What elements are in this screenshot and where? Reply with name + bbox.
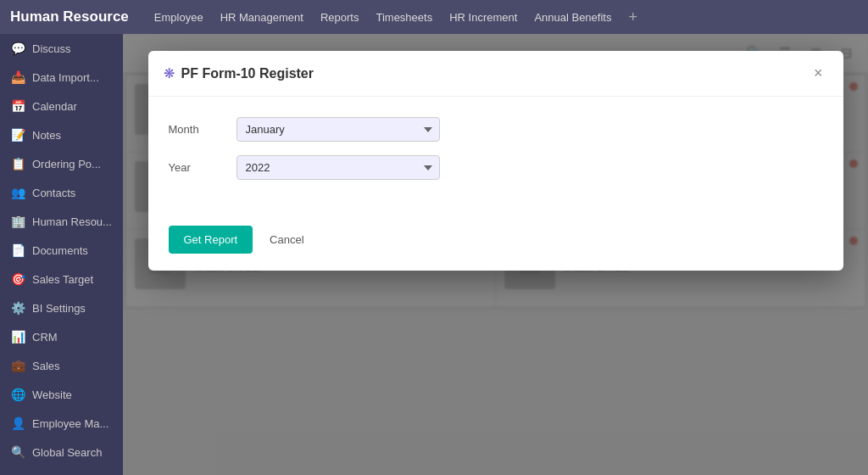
data-import-icon: 📥	[10, 70, 25, 85]
nav-hr-increment[interactable]: HR Increment	[449, 11, 517, 24]
ordering-po-icon: 📋	[10, 156, 25, 171]
nav-add-icon[interactable]: +	[628, 8, 637, 26]
sidebar-label-global-search: Global Search	[32, 446, 102, 459]
sidebar-item-human-resou[interactable]: 🏢 Human Resou...	[0, 207, 123, 236]
year-label: Year	[169, 161, 236, 174]
nav-timesheets[interactable]: Timesheets	[376, 11, 432, 24]
bi-settings-icon: ⚙️	[10, 300, 25, 316]
crm-icon: 📊	[10, 329, 25, 344]
modal-header: ❋ PF Form-10 Register ×	[148, 51, 843, 97]
top-nav: Human Resource Employee HR Management Re…	[0, 0, 868, 34]
main-layout: 💬 Discuss 📥 Data Import... 📅 Calendar 📝 …	[0, 34, 868, 475]
modal-header-left: ❋ PF Form-10 Register	[164, 65, 314, 81]
human-resou-icon: 🏢	[10, 214, 25, 229]
sidebar-item-ordering-po[interactable]: 📋 Ordering Po...	[0, 149, 123, 178]
sidebar-label-ordering-po: Ordering Po...	[32, 158, 101, 170]
notes-icon: 📝	[10, 127, 25, 142]
main-content: 🔍 ☰ ⊞ ⊟ ABHINAV KUMAR Area Manager-Sales…	[123, 34, 868, 475]
documents-icon: 📄	[10, 243, 25, 258]
sidebar-item-data-import[interactable]: 📥 Data Import...	[0, 63, 123, 92]
nav-annual-benefits[interactable]: Annual Benefits	[534, 11, 611, 24]
modal-overlay: ❋ PF Form-10 Register × Month January Fe…	[123, 34, 868, 475]
sidebar-item-sales-target[interactable]: 🎯 Sales Target	[0, 265, 123, 293]
year-select[interactable]: 2020 2021 2022 2023 2024	[236, 155, 440, 180]
sidebar-item-employee-ma[interactable]: 👤 Employee Ma...	[0, 409, 123, 438]
global-search-icon: 🔍	[10, 444, 25, 460]
sidebar-item-contacts[interactable]: 👥 Contacts	[0, 178, 123, 207]
sidebar-label-website: Website	[32, 388, 72, 401]
sidebar-label-employee-ma: Employee Ma...	[32, 417, 108, 430]
sidebar-label-discuss: Discuss	[32, 42, 71, 55]
sidebar-label-sales-target: Sales Target	[32, 273, 93, 286]
nav-hr-management[interactable]: HR Management	[220, 11, 303, 24]
sidebar-item-bi-settings[interactable]: ⚙️ BI Settings	[0, 293, 123, 322]
sidebar-item-documents[interactable]: 📄 Documents	[0, 236, 123, 265]
sidebar-item-crm[interactable]: 📊 CRM	[0, 322, 123, 351]
nav-employee[interactable]: Employee	[154, 11, 203, 24]
contacts-icon: 👥	[10, 185, 25, 200]
sidebar-label-sales: Sales	[32, 360, 60, 372]
discuss-icon: 💬	[10, 41, 25, 56]
sidebar-label-calendar: Calendar	[32, 100, 77, 113]
app-title: Human Resource	[10, 8, 129, 25]
sidebar-label-data-import: Data Import...	[32, 71, 99, 84]
modal-footer: Get Report Cancel	[148, 219, 843, 271]
get-report-button[interactable]: Get Report	[169, 226, 253, 254]
sidebar-label-notes: Notes	[32, 129, 61, 142]
modal-body: Month January February March April May J…	[148, 97, 843, 219]
sidebar-label-contacts: Contacts	[32, 187, 75, 199]
month-row: Month January February March April May J…	[169, 117, 823, 142]
sidebar-label-documents: Documents	[32, 244, 88, 257]
nav-reports[interactable]: Reports	[320, 11, 359, 24]
sidebar-label-crm: CRM	[32, 331, 58, 344]
sales-icon: 💼	[10, 358, 25, 373]
website-icon: 🌐	[10, 387, 25, 402]
sidebar-item-discuss[interactable]: 💬 Discuss	[0, 34, 123, 63]
cancel-button[interactable]: Cancel	[263, 226, 310, 254]
sidebar-item-website[interactable]: 🌐 Website	[0, 380, 123, 409]
sidebar-item-calendar[interactable]: 📅 Calendar	[0, 92, 123, 120]
employee-ma-icon: 👤	[10, 416, 25, 431]
sales-target-icon: 🎯	[10, 271, 25, 287]
sidebar-label-bi-settings: BI Settings	[32, 302, 86, 315]
modal-title: PF Form-10 Register	[181, 66, 314, 81]
year-row: Year 2020 2021 2022 2023 2024	[169, 155, 823, 180]
calendar-icon: 📅	[10, 98, 25, 114]
sidebar-label-human-resou: Human Resou...	[32, 215, 112, 228]
month-select[interactable]: January February March April May June Ju…	[236, 117, 440, 142]
modal-title-icon: ❋	[164, 65, 175, 81]
month-label: Month	[169, 123, 236, 136]
sidebar-item-sales[interactable]: 💼 Sales	[0, 351, 123, 380]
sidebar-item-notes[interactable]: 📝 Notes	[0, 120, 123, 149]
pf-form-modal: ❋ PF Form-10 Register × Month January Fe…	[148, 51, 843, 271]
sidebar-item-global-search[interactable]: 🔍 Global Search	[0, 438, 123, 467]
modal-close-button[interactable]: ×	[809, 63, 828, 84]
sidebar: 💬 Discuss 📥 Data Import... 📅 Calendar 📝 …	[0, 34, 123, 475]
